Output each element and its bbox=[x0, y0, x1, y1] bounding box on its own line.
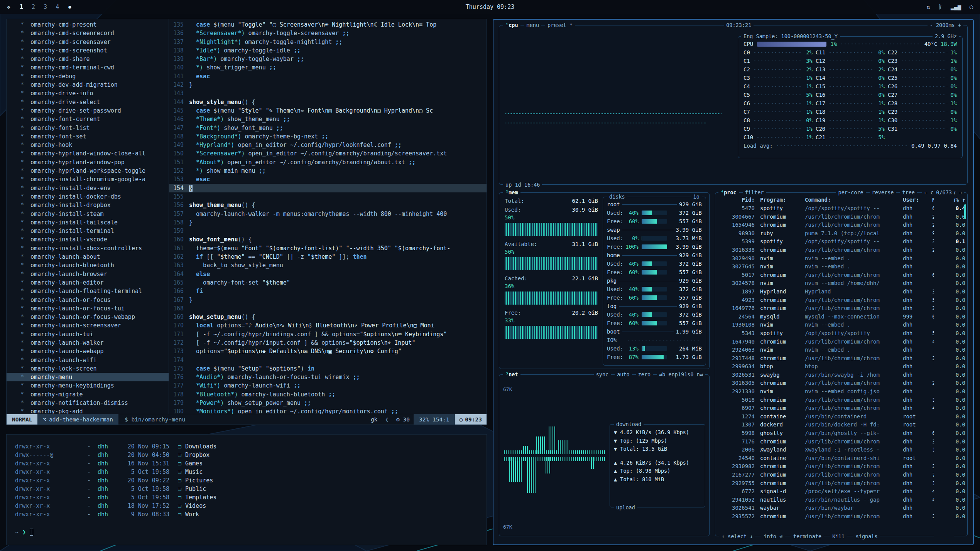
file-item-omarchy-install-dropbox[interactable]: *omarchy-install-dropbox bbox=[7, 201, 169, 209]
file-item-omarchy-launch-walker[interactable]: *omarchy-launch-walker bbox=[7, 339, 169, 347]
file-item-omarchy-hook[interactable]: *omarchy-hook bbox=[7, 141, 169, 149]
proc-tree-button[interactable]: tree bbox=[900, 189, 917, 196]
proc-scrollbar[interactable] bbox=[964, 204, 966, 219]
process-row-2167277[interactable]: 2167277chromium/usr/lib/chromium/chromdh… bbox=[719, 471, 964, 479]
process-row-2929755[interactable]: 2929755chromium/usr/lib/chromium/chromdh… bbox=[719, 479, 964, 488]
file-item-omarchy-install-docker-dbs[interactable]: *omarchy-install-docker-dbs bbox=[7, 192, 169, 201]
net-sync-button[interactable]: sync bbox=[594, 371, 611, 378]
file-item-omarchy-migrate[interactable]: *omarchy-migrate bbox=[7, 390, 169, 399]
file-item-omarchy-cmd-screenshot[interactable]: *omarchy-cmd-screenshot bbox=[7, 46, 169, 55]
process-row-24564[interactable]: 24564mysqldmysqld --max-connection999667… bbox=[719, 313, 964, 321]
file-item-omarchy-install-steam[interactable]: *omarchy-install-steam bbox=[7, 210, 169, 218]
proc-box-title[interactable]: ⁴proc bbox=[718, 189, 739, 196]
file-item-omarchy-launch-floating-terminal[interactable]: *omarchy-launch-floating-terminal bbox=[7, 287, 169, 295]
file-item-omarchy-launch-about[interactable]: *omarchy-launch-about bbox=[7, 253, 169, 261]
file-item-omarchy-cmd-screensaver[interactable]: *omarchy-cmd-screensaver bbox=[7, 38, 169, 46]
disks-title[interactable]: disks bbox=[607, 193, 627, 201]
process-row-1274[interactable]: 1274containe/usr/bin/containerdroot61M0.… bbox=[719, 413, 964, 421]
process-row-5399[interactable]: 5399spotify/opt/spotify/spotify --dhh375… bbox=[719, 238, 964, 246]
topbar-clock[interactable]: Thursday 09:23 bbox=[0, 3, 980, 10]
file-explorer[interactable]: *omarchy-cmd-present*omarchy-cmd-screenr… bbox=[7, 19, 169, 414]
interval-control[interactable]: - 2000ms + bbox=[928, 21, 963, 29]
file-item-omarchy-drive-set-password[interactable]: *omarchy-drive-set-password bbox=[7, 106, 169, 115]
file-item-omarchy-launch-or-focus-tui[interactable]: *omarchy-launch-or-focus-tui bbox=[7, 304, 169, 313]
process-row-3004667[interactable]: 3004667chromium/usr/lib/chromium/chromdh… bbox=[719, 213, 964, 221]
file-item-omarchy-drive-info[interactable]: *omarchy-drive-info bbox=[7, 89, 169, 98]
process-row-2006[interactable]: 2006XwaylandXwayland :1 -rootless -dhh16… bbox=[719, 446, 964, 454]
file-item-omarchy-launch-or-focus-webapp[interactable]: *omarchy-launch-or-focus-webapp bbox=[7, 313, 169, 321]
cpu-box-title[interactable]: ¹cpu bbox=[503, 21, 520, 29]
process-row-1654946[interactable]: 1654946chromium/usr/lib/chromium/chromdh… bbox=[719, 221, 964, 229]
file-item-omarchy-launch-screensaver[interactable]: *omarchy-launch-screensaver bbox=[7, 321, 169, 330]
file-item-omarchy-install-vscode[interactable]: *omarchy-install-vscode bbox=[7, 235, 169, 244]
proc-terminate-button[interactable]: terminate bbox=[791, 532, 824, 540]
file-item-omarchy-menu-keybindings[interactable]: *omarchy-menu-keybindings bbox=[7, 381, 169, 390]
file-item-omarchy-launch-webapp[interactable]: *omarchy-launch-webapp bbox=[7, 347, 169, 356]
file-item-omarchy-lock-screen[interactable]: *omarchy-lock-screen bbox=[7, 364, 169, 373]
process-row-3016338[interactable]: 3016338chromium/usr/lib/chromium/chromdh… bbox=[719, 246, 964, 254]
chart-bars-icon[interactable]: ▂▄▆ bbox=[951, 3, 961, 10]
file-item-omarchy-launch-browser[interactable]: *omarchy-launch-browser bbox=[7, 270, 169, 278]
process-row-3026531[interactable]: 3026531swaybg/usr/bin/swaybg -i /homdhh1… bbox=[719, 371, 964, 379]
proc-filter-button[interactable]: filter bbox=[743, 189, 766, 196]
file-item-omarchy-hyprland-workspace-toggle[interactable]: *omarchy-hyprland-workspace-toggle bbox=[7, 167, 169, 175]
process-row-6772[interactable]: 6772signal-d/proc/self/exe --type=rdhh40… bbox=[719, 487, 964, 496]
process-row-24540[interactable]: 24540containe/usr/bin/containerd-shiroot… bbox=[719, 454, 964, 463]
process-row-1307[interactable]: 1307dockerd/usr/bin/dockerd -H fd:root93… bbox=[719, 421, 964, 429]
file-item-omarchy-install-terminal[interactable]: *omarchy-install-terminal bbox=[7, 227, 169, 235]
process-row-1647940[interactable]: 1647940chromium/usr/lib/chromium/chromdh… bbox=[719, 338, 964, 346]
process-row-4923[interactable]: 4923chromium/usr/lib/chromium/chromdhh59… bbox=[719, 296, 964, 305]
file-item-omarchy-menu[interactable]: *omarchy-menu bbox=[7, 373, 169, 381]
process-row-2930982[interactable]: 2930982chromium/usr/lib/chromium/chromdh… bbox=[719, 462, 964, 471]
file-item-omarchy-notification-dismiss[interactable]: *omarchy-notification-dismiss bbox=[7, 399, 169, 407]
process-row-5343[interactable]: 5343spotify/opt/spotify/spotifydhh564M0.… bbox=[719, 329, 964, 338]
file-item-omarchy-dev-add-migration[interactable]: *omarchy-dev-add-migration bbox=[7, 81, 169, 89]
file-item-omarchy-launch-bluetooth[interactable]: *omarchy-launch-bluetooth bbox=[7, 261, 169, 270]
power-icon[interactable]: ◯ bbox=[970, 3, 973, 10]
btop-menu-button[interactable]: menu bbox=[524, 21, 542, 29]
disks-io-button[interactable]: io bbox=[691, 193, 702, 201]
process-row-1897[interactable]: 1897HyprlandHyprlanddhh363M0.0 bbox=[719, 288, 964, 296]
process-row-3016305[interactable]: 3016305chromium/usr/lib/chromium/chromdh… bbox=[719, 379, 964, 388]
file-item-omarchy-cmd-terminal-cwd[interactable]: *omarchy-cmd-terminal-cwd bbox=[7, 63, 169, 72]
proc-signals-button[interactable]: signals bbox=[853, 532, 880, 540]
mem-box-title[interactable]: ²mem bbox=[503, 189, 520, 196]
file-item-omarchy-install-dev-env[interactable]: *omarchy-install-dev-env bbox=[7, 184, 169, 192]
process-row-5998[interactable]: 5998ghostty/usr/bin/ghostty --gtk-dhh655… bbox=[719, 429, 964, 438]
shell-prompt[interactable]: ~ ❯ bbox=[15, 528, 478, 536]
code-buffer[interactable]: 135 case $(menu "Toggle" "▢ Screensaver\… bbox=[169, 19, 487, 414]
process-row-3027645[interactable]: 3027645nvimnvim --embed .dhh60M0.0 bbox=[719, 263, 964, 271]
file-item-omarchy-font-current[interactable]: *omarchy-font-current bbox=[7, 115, 169, 123]
interval-plus-button[interactable]: + bbox=[958, 22, 961, 28]
file-item-omarchy-hyprland-window-close-all[interactable]: *omarchy-hyprland-window-close-all bbox=[7, 149, 169, 158]
proc-select-buttons[interactable]: ↑ select ↓ bbox=[719, 532, 755, 540]
proc-reverse-button[interactable]: reverse bbox=[870, 189, 896, 196]
bluetooth-icon[interactable]: ᛒ bbox=[939, 3, 942, 10]
file-item-omarchy-launch-editor[interactable]: *omarchy-launch-editor bbox=[7, 278, 169, 287]
arrows-sync-icon[interactable]: ⇅ bbox=[927, 3, 930, 10]
file-item-omarchy-install-xbox-controllers[interactable]: *omarchy-install-xbox-controllers bbox=[7, 244, 169, 253]
process-row-2917448[interactable]: 2917448chromium/usr/lib/chromium/chromdh… bbox=[719, 354, 964, 363]
file-item-omarchy-cmd-present[interactable]: *omarchy-cmd-present bbox=[7, 20, 169, 29]
process-row-2999634[interactable]: 2999634btopbtopdhh27M0.0 bbox=[719, 362, 964, 371]
proc-info-button[interactable]: info ⏎ bbox=[761, 532, 785, 540]
file-item-omarchy-cmd-screenrecord[interactable]: *omarchy-cmd-screenrecord bbox=[7, 29, 169, 37]
btop-preset-button[interactable]: preset * bbox=[545, 21, 575, 29]
process-row-5470[interactable]: 5470spotify/opt/spotify/spotify --dhh607… bbox=[719, 204, 964, 213]
process-row-3029490[interactable]: 3029490nvimnvim --embed .dhh57M0.0 bbox=[719, 254, 964, 263]
net-auto-button[interactable]: auto bbox=[615, 371, 632, 378]
process-row-1649776[interactable]: 1649776chromium/usr/lib/chromium/chromdh… bbox=[719, 304, 964, 313]
proc-per-core-button[interactable]: per-core bbox=[836, 189, 866, 196]
file-item-omarchy-font-set[interactable]: *omarchy-font-set bbox=[7, 132, 169, 141]
process-row-5018[interactable]: 5018chromium/usr/lib/chromium/chromdhh14… bbox=[719, 396, 964, 404]
process-row-2921330[interactable]: 2921330nvimnvim --embed config.jsodhh46M… bbox=[719, 388, 964, 396]
proc-kill-button[interactable]: Kill bbox=[830, 532, 847, 540]
process-row-98930[interactable]: 98930rubypuma 7.1.0 (tcp://localdhh929M0… bbox=[719, 229, 964, 238]
file-item-omarchy-install-chromium-google-a[interactable]: *omarchy-install-chromium-google-a bbox=[7, 175, 169, 184]
process-row-3026541[interactable]: 3026541waybar/usr/bin/waybardhh67M0.0 bbox=[719, 504, 964, 512]
process-row-6907[interactable]: 6907chromium/usr/lib/chromium/chromdhh47… bbox=[719, 404, 964, 413]
net-zero-button[interactable]: zero bbox=[636, 371, 653, 378]
process-row-7176[interactable]: 7176chromium/usr/lib/chromium/chromdhh33… bbox=[719, 438, 964, 446]
file-item-omarchy-launch-tui[interactable]: *omarchy-launch-tui bbox=[7, 330, 169, 339]
process-row-2924063[interactable]: 2924063nvimnvim --embed .dhh55M0.0 bbox=[719, 346, 964, 354]
